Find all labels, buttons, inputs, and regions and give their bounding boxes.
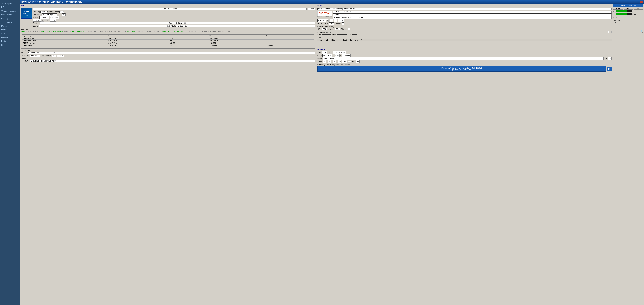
- sspec-label: SSPEC: [33, 16, 39, 18]
- feat-sha: SHA: [218, 31, 221, 32]
- mem-ecc-value: [352, 34, 357, 35]
- sidebar-item-memory[interactable]: Memory: [0, 17, 20, 20]
- col-v: V: [361, 39, 364, 41]
- gpu-name-value: Eclipse: [333, 13, 612, 16]
- cores-threads-label: Cores/Threads: [47, 11, 59, 13]
- rops-tmus-value: 1 / 1: [329, 22, 334, 25]
- gpu-info-top: matrox Graphics for Professionals Matrox…: [318, 10, 612, 19]
- sidebar-item-video-adapter[interactable]: Video Adapter: [0, 20, 20, 24]
- sidebar-item-motherboard[interactable]: Motherboard: [0, 13, 20, 17]
- os-value: Microsoft Windows 10 Enterprise (x64) Bu…: [318, 66, 606, 72]
- gpu-num-dropdown[interactable]: ▼: [326, 20, 328, 22]
- timing-sep-2: -: [337, 60, 338, 62]
- timing-val-3: 24: [338, 60, 341, 63]
- chipset-value: Intel C204 (Cougar Point Server Standard…: [28, 52, 315, 54]
- gpu-bit-value: 64-bit: [338, 19, 344, 22]
- cpu-model-value: Intel Core i3-2100: [33, 8, 306, 10]
- feat-sse4a: SSE4A: [64, 31, 69, 32]
- mem-cr-value: 1T: [608, 57, 612, 60]
- op-lfm-vid: -: [266, 37, 314, 40]
- clock-panel-title: CPU #0 - Active Clock: [614, 4, 643, 7]
- op-lfm-bus: 100.0 MHz: [208, 37, 266, 40]
- feat-tsx: TSX: [152, 31, 156, 32]
- feat-sse42: SSE4.2: [77, 31, 82, 32]
- cpu-section-header: CPU: [21, 5, 315, 7]
- core-0-val: 2195: [632, 10, 636, 12]
- col-rc: RC: [350, 39, 354, 41]
- codename-label: Codename: [33, 14, 42, 16]
- trfc-value: 74: [356, 60, 360, 63]
- sidebar-item-monitor[interactable]: Monitor: [0, 24, 20, 28]
- feat-sgx: SGX: [222, 31, 226, 32]
- shader-clock-value: -: [348, 28, 350, 30]
- close-button[interactable]: ×: [640, 1, 643, 3]
- sidebar-item-drives[interactable]: Drives: [0, 28, 20, 32]
- memory-clock-label: Memory: [328, 28, 334, 30]
- matrox-logo: matrox: [318, 10, 332, 16]
- mem-sys-size-value: 4 GB: [322, 51, 327, 54]
- bios-version-label: BIOS Version: [41, 55, 51, 57]
- windows-logo-button[interactable]: ⊞: [607, 66, 612, 71]
- sidebar-item-central-processor[interactable]: Central Processor: [0, 9, 20, 13]
- timing-drc: DRC: [342, 60, 347, 63]
- clock-panel-headers: Core Clock MHz: [614, 8, 643, 10]
- feat-sse41: SSE4.1: [70, 31, 76, 32]
- mem-sys-type-label: Type: [328, 52, 332, 54]
- bios-type: Legacy: [57, 54, 64, 57]
- col-cl: CL: [326, 39, 330, 41]
- sidebar-item-its[interactable]: Its: [0, 43, 20, 47]
- op-turbo-ratio: x31.00: [169, 42, 208, 44]
- mem-type-label: Type: [318, 36, 321, 38]
- bios-date-label: BIOS Date: [21, 55, 30, 57]
- feat-aesni: AES-NI: [196, 31, 200, 32]
- col-header-core: Core: [614, 8, 623, 10]
- secure-boot: Secure Boot: [344, 64, 352, 66]
- col-ext: Ext.: [355, 39, 360, 41]
- clock-panel: CPU #0 - Active Clock Core Clock MHz 0 2…: [612, 4, 644, 305]
- gpu-clock-value: 77.8: [322, 28, 327, 30]
- core-0-row: 0 2195: [614, 10, 643, 12]
- feat-smx: SMX: [136, 31, 140, 32]
- sspec-value: SR05C: [40, 16, 49, 19]
- feat-xop: XOP: [123, 31, 126, 32]
- ucu-value: 2F: [62, 13, 66, 16]
- cpu-nm-value: 32 nm: [308, 8, 315, 10]
- mb-name-value: [32, 50, 315, 50]
- motherboard-section: Motherboard Chipset Intel C204 (Cougar P…: [21, 49, 315, 62]
- sidebar-item-save-report[interactable]: Save Report: [0, 2, 20, 5]
- feat-abm: ABM: [104, 31, 108, 32]
- op-status-name: CPU Status: [22, 44, 107, 47]
- drives-label: Drives: [21, 58, 315, 60]
- mem-cr-label: CR: [604, 58, 607, 60]
- stepping-label: Stepping: [33, 11, 40, 13]
- feat-3dnowl2: 3DNowl-2: [33, 31, 40, 32]
- features-section: Features MMX 3DNow! 3DNowl-2 SSE SSE-2 S…: [21, 28, 315, 32]
- search-icon[interactable]: 🔍: [640, 30, 643, 33]
- op-status-clock: 2195.2 MHz: [106, 44, 169, 47]
- feat-bmi: BMI: [100, 31, 103, 32]
- matrox-logo-container: matrox Graphics for Professionals: [318, 10, 332, 17]
- sidebar-item-pe[interactable]: PE: [0, 5, 20, 9]
- status-ect: ect: [614, 22, 643, 24]
- sidebar-item-network[interactable]: Network: [0, 36, 20, 39]
- shaders-value: -: [342, 22, 344, 25]
- sidebar-item-audio[interactable]: Audio: [0, 32, 20, 36]
- memory-modules-dropdown[interactable]: ▼: [608, 31, 612, 33]
- cpu-num-dropdown[interactable]: ▼: [41, 19, 44, 22]
- cache-label: Cache: [33, 25, 38, 27]
- op-lfm-clock: 1600.0 MHz: [106, 37, 169, 40]
- core-1-val: 2195: [632, 13, 636, 15]
- feat-eist: EIST: [168, 31, 172, 32]
- mem-clock-label: Clock: [332, 34, 336, 36]
- op-turbo-vid: -: [266, 42, 314, 44]
- title-text: HWiNFO64 V7.04-4480 @ HP ProLiant ML110 …: [22, 1, 82, 3]
- feat-avx2: AVX2: [88, 31, 92, 32]
- drive-type: ATAPI: [24, 60, 28, 62]
- title-bar: HWiNFO64 V7.04-4480 @ HP ProLiant ML110 …: [20, 0, 644, 4]
- drive-value: hp DVDROM DH41N [DVD-ROM]: [30, 60, 315, 62]
- mem-eq: =: [333, 54, 334, 56]
- memory-section-header: Memory: [318, 48, 612, 50]
- feat-fma: FMA: [114, 31, 117, 32]
- op-col-ratio: Ratio: [169, 34, 208, 37]
- sidebar-item-ports[interactable]: Ports: [0, 39, 20, 43]
